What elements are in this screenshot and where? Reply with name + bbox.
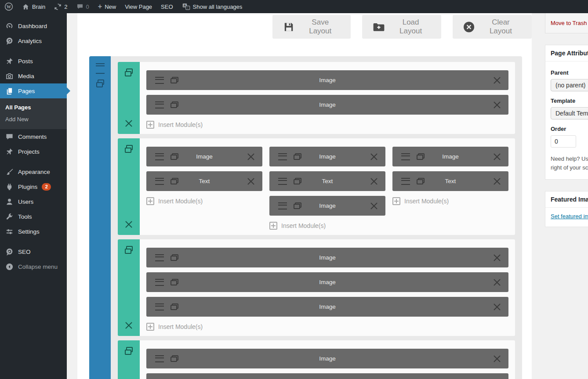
save-layout-button[interactable]: Save Layout bbox=[272, 15, 351, 39]
duplicate-module-icon[interactable] bbox=[417, 153, 425, 160]
load-layout-button[interactable]: Load Layout bbox=[362, 15, 441, 39]
module-image[interactable]: Image bbox=[146, 373, 508, 379]
delete-row-icon[interactable] bbox=[125, 221, 132, 228]
drag-handle-icon[interactable] bbox=[155, 153, 164, 160]
drag-handle-icon[interactable] bbox=[155, 178, 164, 185]
parent-select[interactable]: (no parent) bbox=[551, 79, 588, 91]
remove-module-icon[interactable] bbox=[247, 153, 254, 160]
insert-modules-button[interactable]: Insert Module(s) bbox=[392, 197, 449, 205]
remove-module-icon[interactable] bbox=[494, 77, 501, 84]
module-text[interactable]: Text bbox=[146, 171, 262, 191]
site-menu[interactable]: Brain bbox=[18, 0, 50, 13]
comments-menu[interactable]: 0 bbox=[72, 0, 94, 13]
delete-row-icon[interactable] bbox=[125, 120, 132, 127]
sidebar-item-tools[interactable]: Tools bbox=[0, 209, 67, 224]
delete-row-icon[interactable] bbox=[125, 322, 132, 329]
sidebar-item-comments[interactable]: Comments bbox=[0, 129, 67, 144]
languages-menu[interactable]: A ☆ Show all languages bbox=[178, 0, 247, 13]
remove-module-icon[interactable] bbox=[370, 202, 377, 209]
sidebar-item-dashboard[interactable]: Dashboard bbox=[0, 18, 67, 33]
duplicate-module-icon[interactable] bbox=[171, 279, 178, 285]
insert-modules-button[interactable]: Insert Module(s) bbox=[146, 121, 203, 129]
duplicate-section-icon[interactable] bbox=[96, 79, 104, 87]
remove-module-icon[interactable] bbox=[494, 355, 501, 362]
module-image[interactable]: Image bbox=[269, 196, 385, 216]
duplicate-module-icon[interactable] bbox=[294, 178, 301, 184]
duplicate-module-icon[interactable] bbox=[294, 202, 301, 209]
module-image[interactable]: Image bbox=[146, 349, 508, 368]
duplicate-module-icon[interactable] bbox=[417, 178, 425, 184]
insert-modules-button[interactable]: Insert Module(s) bbox=[146, 323, 203, 331]
remove-module-icon[interactable] bbox=[494, 101, 501, 108]
sidebar-item-posts[interactable]: Posts bbox=[0, 54, 67, 69]
sidebar-item-media[interactable]: Media bbox=[0, 69, 67, 83]
duplicate-module-icon[interactable] bbox=[171, 77, 178, 83]
row-handle[interactable] bbox=[118, 239, 140, 336]
seo-menu[interactable]: SEO bbox=[156, 0, 177, 13]
drag-handle-icon[interactable] bbox=[155, 254, 164, 261]
module-text[interactable]: Text bbox=[269, 171, 385, 191]
module-image[interactable]: Image bbox=[146, 147, 262, 166]
drag-handle-icon[interactable] bbox=[278, 202, 287, 209]
sidebar-item-collapse-menu[interactable]: Collapse menu bbox=[0, 259, 67, 274]
order-input[interactable] bbox=[551, 135, 576, 148]
sidebar-item-projects[interactable]: Projects bbox=[0, 144, 67, 159]
duplicate-module-icon[interactable] bbox=[171, 153, 178, 160]
drag-handle-icon[interactable] bbox=[155, 77, 164, 84]
module-text[interactable]: Text bbox=[392, 171, 508, 191]
sidebar-item-users[interactable]: Users bbox=[0, 194, 67, 209]
drag-handle-icon[interactable] bbox=[278, 153, 287, 160]
move-to-trash-link[interactable]: Move to Trash bbox=[551, 20, 587, 26]
duplicate-module-icon[interactable] bbox=[294, 153, 301, 160]
drag-handle-icon[interactable] bbox=[96, 63, 105, 74]
duplicate-module-icon[interactable] bbox=[171, 101, 178, 108]
remove-module-icon[interactable] bbox=[494, 303, 501, 310]
drag-handle-icon[interactable] bbox=[401, 153, 410, 160]
module-image[interactable]: Image bbox=[146, 248, 508, 267]
remove-module-icon[interactable] bbox=[370, 153, 377, 160]
duplicate-module-icon[interactable] bbox=[171, 355, 178, 362]
wordpress-logo[interactable]: W bbox=[0, 0, 18, 13]
module-image[interactable]: Image bbox=[392, 147, 508, 166]
set-featured-image-link[interactable]: Set featured image bbox=[551, 213, 588, 220]
view-page-menu[interactable]: View Page bbox=[120, 0, 156, 13]
module-image[interactable]: Image bbox=[146, 297, 508, 317]
template-select[interactable]: Default Template bbox=[551, 107, 588, 119]
new-menu[interactable]: + New bbox=[94, 0, 120, 13]
duplicate-row-icon[interactable] bbox=[125, 347, 133, 355]
row-handle[interactable] bbox=[118, 340, 140, 379]
remove-module-icon[interactable] bbox=[494, 279, 501, 286]
remove-module-icon[interactable] bbox=[370, 178, 377, 185]
drag-handle-icon[interactable] bbox=[401, 178, 410, 185]
module-image[interactable]: Image bbox=[269, 147, 385, 166]
module-image[interactable]: Image bbox=[146, 70, 508, 90]
clear-layout-button[interactable]: Clear Layout bbox=[453, 15, 532, 39]
sidebar-item-pages[interactable]: Pages bbox=[0, 83, 67, 98]
remove-module-icon[interactable] bbox=[494, 178, 501, 185]
sidebar-item-plugins[interactable]: Plugins2 bbox=[0, 179, 67, 194]
sidebar-item-settings[interactable]: Settings bbox=[0, 224, 67, 239]
duplicate-row-icon[interactable] bbox=[125, 69, 133, 76]
module-image[interactable]: Image bbox=[146, 272, 508, 292]
drag-handle-icon[interactable] bbox=[155, 303, 164, 310]
drag-handle-icon[interactable] bbox=[278, 178, 287, 185]
drag-handle-icon[interactable] bbox=[155, 355, 164, 362]
section-handle[interactable] bbox=[89, 56, 111, 379]
duplicate-module-icon[interactable] bbox=[171, 303, 178, 310]
submenu-item-add-new[interactable]: Add New bbox=[0, 113, 67, 125]
duplicate-row-icon[interactable] bbox=[125, 145, 133, 153]
drag-handle-icon[interactable] bbox=[155, 279, 164, 286]
module-image[interactable]: Image bbox=[146, 95, 508, 115]
submenu-item-all-pages[interactable]: All Pages bbox=[0, 101, 67, 113]
duplicate-module-icon[interactable] bbox=[171, 178, 178, 184]
remove-module-icon[interactable] bbox=[494, 153, 501, 160]
remove-module-icon[interactable] bbox=[494, 254, 501, 261]
drag-handle-icon[interactable] bbox=[155, 101, 164, 108]
duplicate-module-icon[interactable] bbox=[171, 254, 178, 261]
updates-menu[interactable]: 2 bbox=[50, 0, 72, 13]
insert-modules-button[interactable]: Insert Module(s) bbox=[269, 222, 326, 230]
remove-module-icon[interactable] bbox=[247, 178, 254, 185]
sidebar-item-analytics[interactable]: Analytics bbox=[0, 33, 67, 48]
row-handle[interactable] bbox=[118, 138, 140, 235]
insert-modules-button[interactable]: Insert Module(s) bbox=[146, 197, 203, 205]
